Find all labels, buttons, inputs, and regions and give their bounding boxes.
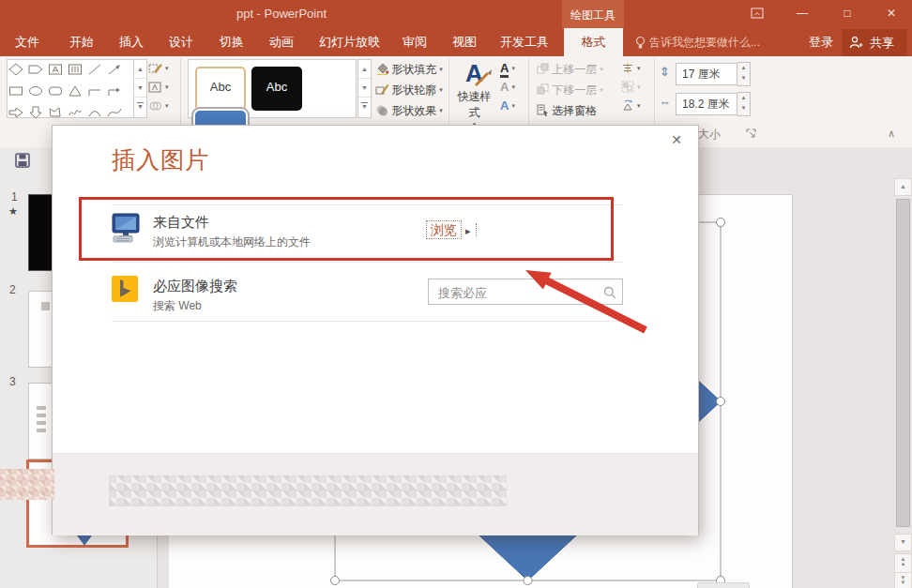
shape-oval-icon[interactable]	[28, 82, 48, 99]
shape-gallery-down-button[interactable]: ▼	[134, 79, 146, 98]
blurred-region	[109, 475, 508, 506]
lightbulb-icon	[634, 36, 646, 50]
group-button[interactable]: ▾	[621, 78, 649, 97]
dialog-title: 插入图片	[112, 144, 209, 175]
shape-height-spinner[interactable]: ▲▼	[737, 62, 751, 86]
previous-slide-button[interactable]: ▲▲	[894, 553, 912, 574]
draw-textbox-button[interactable]: ▾	[148, 78, 176, 97]
tab-view[interactable]: 视图	[448, 28, 480, 56]
shape-freeform-icon[interactable]	[48, 103, 68, 121]
edit-shape-button[interactable]: ▾	[148, 59, 176, 78]
shape-rectangle-icon[interactable]	[8, 82, 28, 99]
bring-forward-icon	[537, 63, 549, 75]
shape-diamond-icon[interactable]	[8, 60, 28, 78]
text-effects-button[interactable]: A▾	[500, 97, 524, 115]
collapse-ribbon-button[interactable]: ∧	[888, 128, 895, 140]
dialog-launcher-icon	[746, 128, 756, 139]
shape-elbow-connector-icon[interactable]	[87, 82, 107, 99]
dialog-close-button[interactable]: ✕	[666, 129, 687, 150]
align-button[interactable]: ▾	[621, 59, 649, 78]
tab-insert[interactable]: 插入	[115, 28, 147, 56]
text-fill-button[interactable]: A▾	[500, 59, 524, 78]
shape-textbox-icon[interactable]	[48, 60, 68, 78]
save-icon[interactable]	[15, 153, 30, 168]
tab-review[interactable]: 审阅	[399, 28, 431, 56]
bring-forward-button[interactable]: 上移一层▾	[537, 60, 603, 79]
shape-style-outline-tile[interactable]: Abc	[195, 67, 246, 111]
close-button[interactable]: ✕	[878, 0, 904, 26]
shape-effects-button[interactable]: 形状效果▾	[375, 101, 443, 120]
thumbnail-placeholder	[37, 406, 46, 410]
animation-star-icon: ★	[8, 205, 18, 218]
shape-style-black-tile[interactable]: Abc	[251, 67, 302, 111]
shape-fill-button[interactable]: 形状填充▾	[375, 60, 443, 79]
bing-search-subtitle: 搜索 Web	[153, 298, 202, 314]
tab-transitions[interactable]: 切换	[216, 28, 248, 56]
shape-down-arrow-icon[interactable]	[28, 103, 48, 121]
textbox-icon	[148, 81, 162, 94]
tell-me-box[interactable]: 告诉我您想要做什么...	[649, 28, 760, 56]
shape-arc-icon[interactable]	[87, 103, 107, 121]
thumbnail-placeholder	[41, 302, 50, 310]
rotate-icon	[621, 99, 634, 112]
ribbon-display-options-button[interactable]	[744, 0, 770, 26]
shape-right-arrow-icon[interactable]	[8, 103, 28, 121]
shape-width-spinner[interactable]: ▲▼	[737, 92, 751, 116]
sign-in-button[interactable]: 登录	[809, 28, 833, 56]
send-backward-button[interactable]: 下移一层▾	[537, 81, 603, 99]
thumbnail-placeholder	[37, 414, 46, 417]
slide-1-number: 1	[11, 190, 18, 204]
shape-line-icon[interactable]	[87, 60, 107, 78]
shape-height-input[interactable]: 17 厘米	[676, 63, 737, 85]
tab-format-active[interactable]: 格式	[564, 28, 623, 56]
shape-pentagon-icon[interactable]	[28, 60, 48, 78]
tab-home[interactable]: 开始	[66, 28, 98, 56]
bing-search-title[interactable]: 必应图像搜索	[153, 278, 237, 295]
minimize-button[interactable]: —	[789, 0, 815, 26]
tab-file[interactable]: 文件	[11, 28, 43, 56]
scroll-down-button[interactable]: ▼	[894, 534, 912, 551]
shape-height-icon: ⇕	[660, 65, 670, 79]
shape-elbow-arrow-connector-icon[interactable]	[107, 82, 127, 99]
selection-pane-button[interactable]: 选择窗格	[537, 101, 597, 120]
shape-gallery	[7, 59, 135, 118]
quick-styles-button[interactable]: A 快速样式 ▾	[452, 59, 496, 128]
rotate-button[interactable]: ▾	[621, 97, 649, 115]
share-button[interactable]: 共享	[842, 29, 907, 56]
shape-gallery-up-button[interactable]: ▲	[134, 60, 146, 79]
shape-gallery-more-button[interactable]: ▼	[134, 98, 146, 115]
bing-search-input[interactable]	[436, 280, 607, 305]
shape-effects-icon	[375, 104, 388, 116]
shape-vertical-textbox-icon[interactable]	[68, 60, 87, 78]
dialog-footer	[53, 453, 698, 535]
size-dialog-launcher[interactable]	[746, 128, 756, 139]
group-objects-icon	[621, 81, 634, 93]
horizontal-scrollbar-stub[interactable]	[697, 582, 750, 588]
scroll-up-button[interactable]: ▲	[894, 178, 912, 196]
shape-curve-icon[interactable]	[107, 103, 127, 121]
text-outline-button[interactable]: A▾	[500, 78, 524, 97]
tab-design[interactable]: 设计	[165, 28, 197, 56]
maximize-button[interactable]: □	[834, 0, 860, 26]
shape-width-input[interactable]: 18.2 厘米	[676, 93, 737, 115]
style-gallery-up-button[interactable]: ▲	[358, 60, 371, 79]
merge-shapes-icon	[148, 99, 162, 113]
shape-edit-column: ▾ ▾ ▾	[148, 59, 176, 115]
thumbnail-placeholder	[37, 429, 46, 432]
align-icon	[621, 62, 634, 74]
style-gallery-down-button[interactable]: ▼	[358, 79, 371, 98]
shape-rounded-rectangle-icon[interactable]	[48, 82, 68, 99]
shape-outline-button[interactable]: 形状轮廓▾	[375, 81, 443, 99]
shape-triangle-icon[interactable]	[68, 82, 87, 99]
style-gallery-more-button[interactable]: ▼	[358, 98, 371, 115]
shape-fill-icon	[375, 63, 388, 75]
shape-scribble-icon[interactable]	[68, 103, 87, 121]
tab-animations[interactable]: 动画	[266, 28, 297, 56]
tab-developer[interactable]: 开发工具	[496, 28, 553, 56]
next-slide-button[interactable]: ▼▼	[894, 572, 912, 588]
merge-shapes-button[interactable]: ▾	[148, 97, 176, 115]
shape-arrow-line-icon[interactable]	[107, 60, 127, 78]
tab-slideshow[interactable]: 幻灯片放映	[315, 28, 384, 56]
search-icon[interactable]	[603, 286, 616, 299]
scrollbar-thumb[interactable]	[896, 199, 910, 527]
